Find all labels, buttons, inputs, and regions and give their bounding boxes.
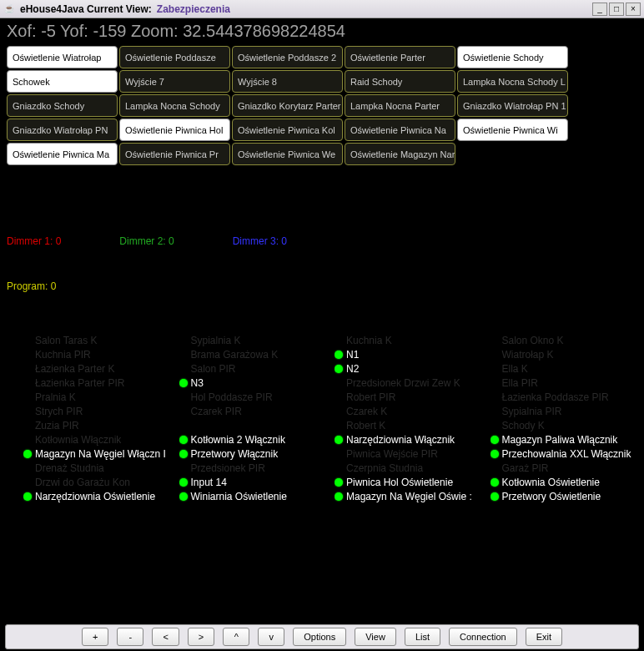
status-item[interactable]: Kotłownia Oświetlenie [491,476,638,488]
status-item[interactable]: Drenaż Studnia [23,462,171,474]
status-label: Czarek K [346,406,387,417]
status-item[interactable]: Kuchnia K [335,334,482,346]
output-button[interactable]: Oświetlenie Poddasze 2 [232,46,343,68]
status-item[interactable]: Czarek PIR [179,405,327,417]
output-button[interactable]: Lampka Nocna Schody [119,94,230,117]
status-item[interactable]: Strych PIR [23,405,171,417]
status-item[interactable] [179,419,327,431]
output-button[interactable]: Gniazdko Wiatrołap PN 1 [457,94,568,117]
output-button[interactable]: Oświetlenie Magazyn Narzędzia [345,143,455,165]
output-button[interactable]: Gniazdko Korytarz Parter [232,94,343,117]
output-button[interactable]: Oświetlenie Parter [345,46,455,68]
status-label: Przedsionek Drzwi Zew K [346,377,460,389]
exit-button[interactable]: Exit [526,628,562,646]
status-item[interactable]: Przedsionek Drzwi Zew K [335,376,482,389]
pan-right-button[interactable]: > [188,628,214,646]
output-button[interactable]: Wyjście 8 [232,70,343,93]
output-button[interactable]: Raid Schody [345,70,455,93]
status-item[interactable]: Przetwory Oświetlenie [491,490,638,502]
output-button[interactable]: Gniazdko Schody [7,94,118,117]
status-item[interactable]: Kotłownia Włącznik [23,433,171,446]
status-item[interactable]: Łazienka Poddasze PIR [491,391,638,403]
status-item[interactable]: Zuzia PIR [23,419,171,431]
pan-down-button[interactable]: v [258,628,284,646]
view-button[interactable]: View [355,628,396,646]
status-item[interactable]: Garaż PIR [491,462,638,474]
pan-left-button[interactable]: < [152,628,179,646]
status-item[interactable]: Wiatrołap K [491,348,638,361]
minimize-button[interactable]: _ [592,3,607,16]
status-item[interactable]: Przedsionek PIR [179,462,327,474]
status-label: Przetwory Oświetlenie [502,491,601,502]
status-item[interactable]: N3 [179,376,327,389]
status-item[interactable]: Przetwory Włącznik [179,447,327,460]
output-button-label: Gniazdko Wiatrołap PN [13,125,108,135]
status-label: Input 14 [191,477,227,488]
status-item[interactable]: Magazyn Na Węgiel Oświe : [335,490,482,502]
status-label: Piwnica Wejście PIR [346,448,438,460]
status-item[interactable]: N2 [335,362,482,375]
output-button[interactable]: Oświetlenie Poddasze [119,46,230,68]
output-button[interactable]: Gniazdko Wiatrołap PN [7,119,118,141]
status-item[interactable]: Robert K [335,419,482,431]
output-button[interactable]: Oświetlenie Piwnica Hol [119,119,230,141]
status-item[interactable]: Ella K [491,362,638,375]
zoom-in-button[interactable]: + [82,628,108,646]
dimmer-value: Dimmer 3: 0 [233,235,287,247]
status-item[interactable]: Magazyn Na Węgiel Włączn I [23,447,171,460]
status-dot-icon [179,478,188,487]
status-item[interactable]: Input 14 [179,476,327,488]
status-item[interactable]: Magazyn Paliwa Włącznik [491,433,638,446]
status-item[interactable]: Narzędziownia Oświetlenie [23,490,171,502]
list-button[interactable]: List [405,628,440,646]
output-button[interactable]: Wyjście 7 [119,70,230,93]
status-item[interactable]: Hol Poddasze PIR [179,391,327,403]
status-item[interactable]: Przechowalnia XXL Włącznik [491,447,638,460]
status-item[interactable]: Kuchnia PIR [23,348,171,361]
status-item[interactable]: Narzędziownia Włącznik [335,433,482,446]
status-item[interactable]: Salon Okno K [491,334,638,346]
output-button[interactable]: Lampka Nocna Schody L [457,70,568,93]
zoom-out-button[interactable]: - [117,628,143,646]
options-button[interactable]: Options [293,628,346,646]
status-item[interactable]: Salon PIR [179,362,327,375]
status-label: Magazyn Na Węgiel Włączn I [35,448,166,460]
maximize-button[interactable]: □ [609,3,624,16]
status-item[interactable]: Łazienka Parter PIR [23,376,171,389]
output-button[interactable]: Schowek [7,70,118,93]
status-item[interactable]: Salon Taras K [23,334,171,346]
output-button[interactable]: Oświetlenie Piwnica Wi [457,119,568,141]
status-item[interactable]: Piwnica Hol Oświetlenie [335,476,482,488]
status-item[interactable]: Robert PIR [335,391,482,403]
status-item[interactable]: Drzwi do Garażu Kon [23,476,171,488]
status-item[interactable]: Sypialnia K [179,334,327,346]
status-label: N2 [346,363,359,375]
status-item[interactable]: Brama Garażowa K [179,348,327,361]
output-button[interactable]: Lampka Nocna Parter [345,94,455,117]
output-button[interactable]: Oświetlenie Wiatrołap [7,46,118,68]
status-item[interactable]: Winiarnia Oświetlenie [179,490,327,502]
output-button[interactable]: Oświetlenie Piwnica Pr [119,143,230,165]
status-item[interactable]: Pralnia K [23,391,171,403]
status-item[interactable]: Czerpnia Studnia [335,462,482,474]
output-button[interactable]: Oświetlenie Piwnica We [232,143,343,165]
status-item[interactable]: N1 [335,348,482,361]
status-item[interactable]: Sypialnia PIR [491,405,638,417]
status-item[interactable]: Łazienka Parter K [23,362,171,375]
dimmer-value: Dimmer 1: 0 [7,235,61,247]
output-button[interactable]: Oświetlenie Piwnica Kol [232,119,343,141]
output-button[interactable]: Oświetlenie Piwnica Ma [7,143,118,165]
status-item[interactable]: Piwnica Wejście PIR [335,447,482,460]
output-button[interactable]: Oświetlenie Piwnica Na [345,119,455,141]
status-item[interactable]: Schody K [491,419,638,431]
connection-button[interactable]: Connection [449,628,517,646]
pan-up-button[interactable]: ^ [223,628,249,646]
status-label: Kotłownia 2 Włącznik [191,434,285,446]
output-button-label: Lampka Nocna Parter [350,101,440,111]
status-item[interactable]: Ella PIR [491,376,638,389]
status-dot-icon [23,450,32,458]
status-item[interactable]: Kotłownia 2 Włącznik [179,433,327,446]
status-item[interactable]: Czarek K [335,405,482,417]
output-button[interactable]: Oświetlenie Schody [457,46,568,68]
close-button[interactable]: × [626,3,641,16]
